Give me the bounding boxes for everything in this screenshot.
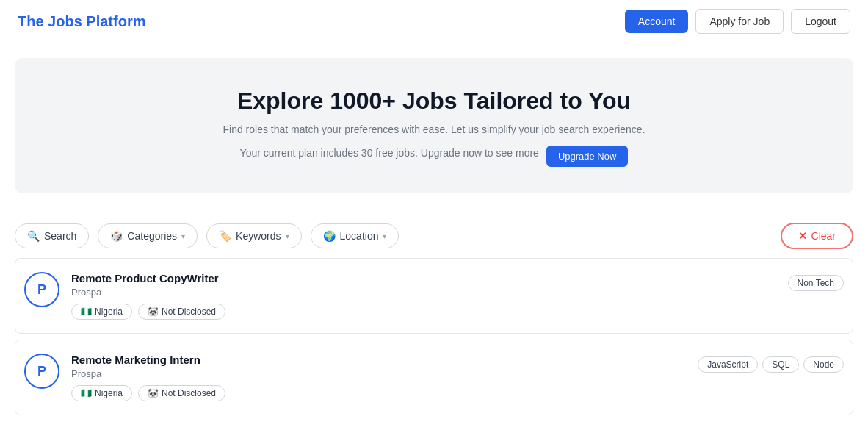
chevron-down-icon: ▾ [181, 232, 185, 240]
clear-button[interactable]: ✕ Clear [781, 223, 853, 249]
job-info: Remote Product CopyWriter Prospa 🇳🇬 Nige… [71, 272, 776, 320]
salary-icon: 🐼 [148, 388, 159, 398]
job-company: Prospa [71, 368, 686, 379]
search-label: Search [44, 230, 76, 242]
salary-icon: 🐼 [148, 307, 159, 317]
categories-icon [110, 230, 123, 242]
skill-badge: JavaScript [698, 356, 758, 373]
categories-label: Categories [127, 230, 177, 242]
hero-section: Explore 1000+ Jobs Tailored to You Find … [15, 58, 853, 193]
apply-button[interactable]: Apply for Job [695, 9, 784, 34]
location-tag: 🇳🇬 Nigeria [71, 304, 132, 320]
salary-tag: 🐼 Not Disclosed [138, 385, 225, 401]
categories-filter[interactable]: Categories ▾ [98, 223, 198, 248]
site-logo[interactable]: The Jobs Platform [18, 13, 145, 30]
hero-title: Explore 1000+ Jobs Tailored to You [29, 87, 839, 115]
keywords-icon [219, 230, 231, 242]
location-tag: 🇳🇬 Nigeria [71, 385, 132, 401]
close-icon: ✕ [798, 230, 807, 242]
keywords-filter[interactable]: Keywords ▾ [206, 223, 301, 248]
hero-plan-line: Your current plan includes 30 free jobs.… [29, 146, 839, 167]
filter-bar: Search Categories ▾ Keywords ▾ Location … [0, 208, 868, 258]
chevron-down-icon: ▾ [383, 232, 386, 240]
job-skills: Non Tech [788, 272, 844, 291]
upgrade-button[interactable]: Upgrade Now [546, 146, 629, 167]
hero-plan-text: Your current plan includes 30 free jobs.… [240, 147, 539, 159]
job-card[interactable]: P Remote Marketing Intern Prospa 🇳🇬 Nige… [15, 340, 853, 415]
logout-button[interactable]: Logout [791, 9, 850, 34]
location-filter[interactable]: Location ▾ [311, 223, 399, 248]
job-company: Prospa [71, 287, 776, 298]
clear-label: Clear [811, 230, 836, 242]
job-skills: JavaScriptSQLNode [698, 354, 844, 373]
job-title: Remote Product CopyWriter [71, 272, 776, 284]
hero-subtitle: Find roles that match your preferences w… [29, 123, 839, 135]
keywords-label: Keywords [236, 230, 281, 242]
job-list: P Remote Product CopyWriter Prospa 🇳🇬 Ni… [0, 258, 868, 421]
navbar: The Jobs Platform Account Apply for Job … [0, 0, 868, 43]
search-icon [27, 230, 40, 242]
job-title: Remote Marketing Intern [71, 354, 686, 366]
skill-badge: Node [803, 356, 844, 373]
avatar: P [24, 354, 59, 389]
skill-badge: Non Tech [788, 275, 844, 291]
search-filter[interactable]: Search [15, 223, 89, 248]
location-icon [323, 230, 336, 242]
flag-icon: 🇳🇬 [81, 388, 92, 398]
skill-badge: SQL [762, 356, 799, 373]
salary-tag: 🐼 Not Disclosed [138, 304, 225, 320]
chevron-down-icon: ▾ [286, 232, 289, 240]
job-info: Remote Marketing Intern Prospa 🇳🇬 Nigeri… [71, 354, 686, 401]
account-button[interactable]: Account [625, 10, 689, 33]
flag-icon: 🇳🇬 [81, 307, 92, 317]
job-tags: 🇳🇬 Nigeria 🐼 Not Disclosed [71, 304, 776, 320]
job-card[interactable]: P Remote Product CopyWriter Prospa 🇳🇬 Ni… [15, 258, 853, 334]
job-tags: 🇳🇬 Nigeria 🐼 Not Disclosed [71, 385, 686, 401]
avatar: P [24, 272, 59, 307]
location-label: Location [340, 230, 379, 242]
navbar-actions: Account Apply for Job Logout [625, 9, 850, 34]
